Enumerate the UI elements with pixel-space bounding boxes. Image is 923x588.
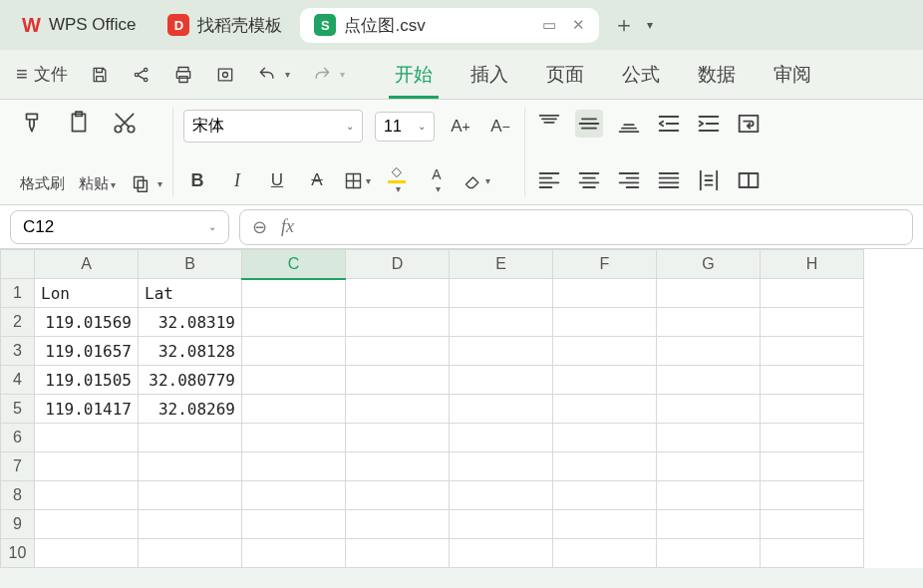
cell-F1[interactable] <box>553 279 657 308</box>
cell-H1[interactable] <box>761 279 864 308</box>
cell-H6[interactable] <box>761 424 864 452</box>
justify-button[interactable] <box>655 166 683 194</box>
decrease-indent-button[interactable] <box>655 110 683 138</box>
cell-F9[interactable] <box>553 510 657 539</box>
row-header-3[interactable]: 3 <box>1 337 35 366</box>
cell-A8[interactable] <box>35 481 139 510</box>
column-header-G[interactable]: G <box>657 250 761 279</box>
cell-D6[interactable] <box>346 424 450 452</box>
undo-button[interactable]: ▾ <box>249 59 298 91</box>
column-header-D[interactable]: D <box>346 250 450 279</box>
cell-B9[interactable] <box>139 510 242 539</box>
bold-button[interactable]: B <box>183 166 211 194</box>
template-tab[interactable]: D 找稻壳模板 <box>154 6 296 45</box>
row-header-10[interactable]: 10 <box>1 539 35 568</box>
tab-start[interactable]: 开始 <box>389 52 439 98</box>
strikethrough-button[interactable]: A <box>303 166 331 194</box>
cell-D4[interactable] <box>346 366 450 395</box>
column-header-H[interactable]: H <box>761 250 864 279</box>
cell-C7[interactable] <box>242 452 346 481</box>
cell-B8[interactable] <box>139 481 242 510</box>
cell-H7[interactable] <box>761 452 864 481</box>
cell-D9[interactable] <box>346 510 450 539</box>
cell-D3[interactable] <box>346 337 450 366</box>
redo-button[interactable]: ▾ <box>304 59 353 91</box>
cell-D5[interactable] <box>346 395 450 424</box>
cell-D7[interactable] <box>346 452 450 481</box>
cell-E10[interactable] <box>450 539 553 568</box>
cell-B6[interactable] <box>139 424 242 452</box>
cell-H5[interactable] <box>761 395 864 424</box>
column-header-F[interactable]: F <box>553 250 657 279</box>
cell-D10[interactable] <box>346 539 450 568</box>
tab-review[interactable]: 审阅 <box>768 52 817 98</box>
cell-H8[interactable] <box>761 481 864 510</box>
cell-D2[interactable] <box>346 308 450 337</box>
cell-H10[interactable] <box>761 539 864 568</box>
save-button[interactable] <box>82 59 118 91</box>
row-header-7[interactable]: 7 <box>1 452 35 481</box>
borders-button[interactable]: ▾ <box>343 166 371 194</box>
cell-G1[interactable] <box>657 279 761 308</box>
share-button[interactable] <box>124 59 159 91</box>
select-all-cell[interactable] <box>1 250 35 279</box>
italic-button[interactable]: I <box>223 166 251 194</box>
align-center-button[interactable] <box>575 166 603 194</box>
window-restore-icon[interactable]: ▭ <box>542 16 556 34</box>
font-family-select[interactable]: 宋体 ⌄ <box>183 110 363 143</box>
tab-insert[interactable]: 插入 <box>464 52 514 98</box>
cell-G7[interactable] <box>657 452 761 481</box>
cell-A3[interactable]: 119.01657 <box>35 337 139 366</box>
cell-B2[interactable]: 32.08319 <box>139 308 242 337</box>
format-painter-button[interactable] <box>20 110 46 136</box>
cell-G6[interactable] <box>657 424 761 452</box>
tab-page[interactable]: 页面 <box>540 52 590 98</box>
cell-F8[interactable] <box>553 481 657 510</box>
paste-button[interactable] <box>66 110 92 136</box>
cell-C3[interactable] <box>242 337 346 366</box>
cell-E6[interactable] <box>450 424 553 452</box>
cell-F2[interactable] <box>553 308 657 337</box>
cell-E4[interactable] <box>450 366 553 395</box>
decrease-font-button[interactable]: A− <box>486 113 514 141</box>
cell-B3[interactable]: 32.08128 <box>139 337 242 366</box>
row-header-9[interactable]: 9 <box>1 510 35 539</box>
column-header-B[interactable]: B <box>139 250 242 279</box>
formula-input[interactable] <box>308 218 900 236</box>
copy-button[interactable]: ▾ <box>130 172 162 194</box>
row-header-6[interactable]: 6 <box>1 424 35 452</box>
cell-E1[interactable] <box>450 279 553 308</box>
cell-B7[interactable] <box>139 452 242 481</box>
align-right-button[interactable] <box>615 166 643 194</box>
cell-A1[interactable]: Lon <box>35 279 139 308</box>
cell-G2[interactable] <box>657 308 761 337</box>
name-box[interactable]: C12 ⌄ <box>10 210 229 244</box>
merge-cells-button[interactable] <box>735 166 763 194</box>
document-tab[interactable]: S 点位图.csv ▭ ✕ <box>300 8 599 43</box>
cell-A2[interactable]: 119.01569 <box>35 308 139 337</box>
cell-F3[interactable] <box>553 337 657 366</box>
distribute-h-button[interactable] <box>695 166 723 194</box>
cell-F5[interactable] <box>553 395 657 424</box>
cell-E3[interactable] <box>450 337 553 366</box>
cell-H4[interactable] <box>761 366 864 395</box>
align-top-button[interactable] <box>535 110 563 138</box>
cell-C2[interactable] <box>242 308 346 337</box>
align-left-button[interactable] <box>535 166 563 194</box>
cell-D1[interactable] <box>346 279 450 308</box>
cell-C8[interactable] <box>242 481 346 510</box>
cell-E9[interactable] <box>450 510 553 539</box>
cell-C5[interactable] <box>242 395 346 424</box>
eraser-button[interactable]: ▾ <box>462 166 490 194</box>
cell-B10[interactable] <box>139 539 242 568</box>
cell-B4[interactable]: 32.080779 <box>139 366 242 395</box>
paste-dropdown[interactable]: 粘贴▾ <box>79 174 116 193</box>
cell-F6[interactable] <box>553 424 657 452</box>
cell-C1[interactable] <box>242 279 346 308</box>
zoom-out-icon[interactable]: ⊖ <box>252 216 267 238</box>
cell-A10[interactable] <box>35 539 139 568</box>
cell-H2[interactable] <box>761 308 864 337</box>
column-header-E[interactable]: E <box>450 250 553 279</box>
preview-button[interactable] <box>207 59 243 91</box>
font-size-select[interactable]: 11 ⌄ <box>375 112 435 142</box>
